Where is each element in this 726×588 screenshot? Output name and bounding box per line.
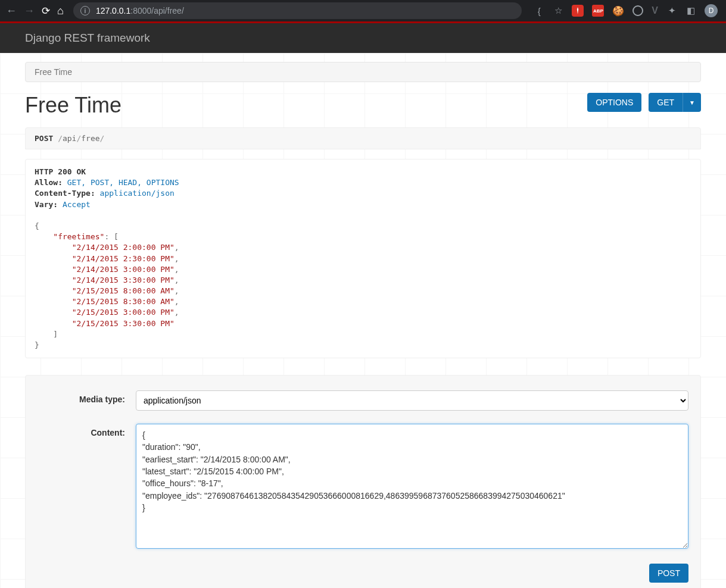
extension-cookie-icon[interactable]: 🍪: [612, 5, 624, 17]
url-bar[interactable]: i 127.0.0.1:8000/api/free/: [73, 2, 522, 19]
media-type-row: Media type: application/json: [38, 390, 688, 411]
reload-button[interactable]: ⟳: [42, 5, 50, 17]
share-icon[interactable]: {: [534, 5, 544, 16]
page-title: Free Time: [25, 93, 121, 118]
browser-chrome: ← → ⟳ ⌂ i 127.0.0.1:8000/api/free/ { ☆ A…: [0, 0, 726, 21]
request-info: POST /api/free/: [25, 127, 701, 149]
url-text: 127.0.0.1:8000/api/free/: [96, 6, 184, 15]
extension-vue-icon[interactable]: V: [652, 5, 658, 16]
media-type-select[interactable]: application/json: [136, 390, 688, 411]
response-panel: HTTP 200 OK Allow: GET, POST, HEAD, OPTI…: [25, 159, 701, 358]
response-content: HTTP 200 OK Allow: GET, POST, HEAD, OPTI…: [35, 167, 691, 351]
back-button[interactable]: ←: [6, 5, 17, 17]
page-header: Free Time OPTIONS GET ▼: [25, 93, 701, 118]
browser-actions: { ☆ ABP 🍪 V ✦ ◧ D: [531, 4, 720, 17]
content-label: Content:: [38, 424, 136, 551]
extension-ublock-icon[interactable]: [572, 5, 584, 17]
media-type-label: Media type:: [38, 390, 136, 411]
request-method: POST: [35, 134, 53, 143]
drf-navbar: Django REST framework: [0, 23, 726, 53]
profile-avatar[interactable]: D: [705, 4, 718, 17]
brand-link[interactable]: Django REST framework: [25, 32, 150, 44]
request-form-panel: Media type: application/json Content: PO…: [25, 375, 701, 588]
panel-icon[interactable]: ◧: [686, 5, 696, 16]
form-actions: POST: [38, 564, 688, 583]
get-button[interactable]: GET: [649, 93, 683, 112]
extensions-puzzle-icon[interactable]: ✦: [666, 5, 677, 16]
extension-abp-icon[interactable]: ABP: [592, 5, 604, 17]
get-button-group: GET ▼: [649, 93, 701, 112]
breadcrumb: Free Time: [25, 62, 701, 82]
get-dropdown-toggle[interactable]: ▼: [683, 93, 701, 112]
breadcrumb-current: Free Time: [35, 67, 72, 77]
home-button[interactable]: ⌂: [57, 5, 64, 17]
forward-button[interactable]: →: [24, 5, 35, 17]
content-row: Content:: [38, 424, 688, 551]
bookmark-icon[interactable]: ☆: [553, 5, 563, 16]
request-path: /api/free/: [58, 134, 104, 143]
content-textarea[interactable]: [136, 424, 688, 549]
options-button[interactable]: OPTIONS: [587, 93, 641, 112]
header-buttons: OPTIONS GET ▼: [587, 93, 701, 112]
extension-circle-icon[interactable]: [632, 5, 643, 16]
post-button[interactable]: POST: [649, 564, 688, 583]
site-info-icon[interactable]: i: [80, 6, 90, 15]
